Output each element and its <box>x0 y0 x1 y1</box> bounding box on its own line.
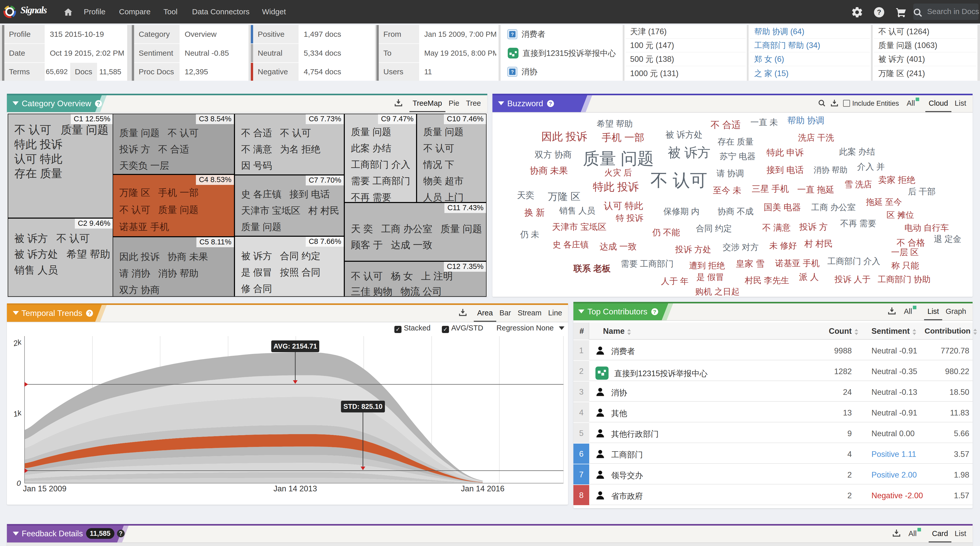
svg-text:0: 0 <box>17 479 21 487</box>
svg-text:1k: 1k <box>12 408 23 418</box>
svg-text:Jan 14 2016: Jan 14 2016 <box>461 484 505 493</box>
svg-text:Jan 15 2009: Jan 15 2009 <box>23 484 67 493</box>
svg-text:?: ? <box>511 69 514 75</box>
svg-text:2k: 2k <box>12 337 23 347</box>
svg-text:?: ? <box>511 32 514 37</box>
svg-text:AVG: 2154.71: AVG: 2154.71 <box>274 342 317 350</box>
svg-text:?: ? <box>877 8 881 16</box>
svg-text:Jan 14 2013: Jan 14 2013 <box>274 484 317 493</box>
svg-text:STD: 825.10: STD: 825.10 <box>343 403 382 411</box>
